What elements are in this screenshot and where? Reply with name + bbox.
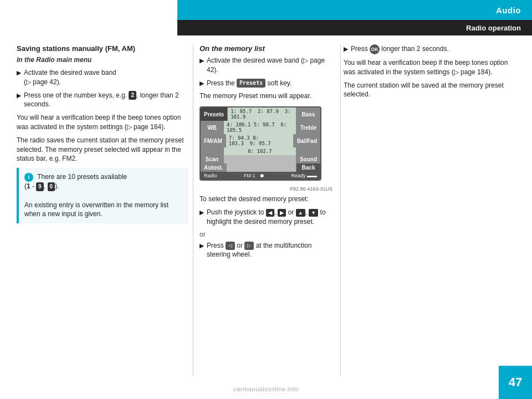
radio-row-2: WB 4: 106.1 5: 98.7 6: 105.5 Treble: [201, 121, 320, 134]
radio-row-1: Presets 1: 95.7 2: 87.9 3: 101.9 Bass: [201, 108, 320, 121]
mid-column: On the memory list ▶ Activate the desire…: [200, 44, 332, 263]
radio-btn-presets: Presets: [201, 108, 228, 121]
radio-status-right: Ready ▬▬: [291, 173, 317, 178]
radio-btn-balfad: Bal/Fad: [293, 134, 320, 147]
radio-btn-wb: WB: [201, 121, 224, 134]
radio-btn-sound: Sound: [296, 155, 320, 163]
subheader-bar: Radio operation: [177, 20, 532, 35]
right-bullet-arrow-1: ▶: [344, 45, 348, 53]
mid-bullet-1-text: Activate the desired wave band (▷ page 4…: [207, 56, 332, 75]
header-bar: Audio: [177, 0, 532, 20]
right-column: ▶ Press OK longer than 2 seconds. You wi…: [344, 44, 510, 103]
right-bullet-1-text: Press OK longer than 2 seconds.: [351, 44, 449, 54]
radio-content-row2: 4: 106.1 5: 98.7 6: 105.5: [224, 121, 296, 134]
left-bullet-1-text: Activate the desired wave band(▷ page 42…: [24, 68, 116, 87]
push-bullet-text: Push the joystick to ◀, ▶ or ▲, ▼ to hig…: [207, 208, 332, 227]
watermark: carmanualsonline.info: [233, 386, 299, 392]
left-section-title: Saving stations manually (FM, AM): [17, 44, 188, 53]
radio-row-6: Autost. Back: [201, 163, 320, 172]
info-box: i There are 10 presets available(1 - 9, …: [17, 168, 188, 223]
left-bullet-1: ▶ Activate the desired wave band(▷ page …: [17, 68, 188, 87]
radio-content-row5: [224, 155, 296, 163]
radio-status-row: Radio FM 1 ⏺ Ready ▬▬: [201, 172, 320, 180]
bullet-arrow-1: ▶: [17, 69, 21, 77]
radio-btn-treble: Treble: [296, 121, 320, 134]
push-bullet: ▶ Push the joystick to ◀, ▶ or ▲, ▼ to h…: [200, 208, 332, 227]
radio-row-4: 0: 102.7: [201, 147, 320, 155]
right-para-2: The current station will be saved at the…: [344, 81, 510, 100]
mid-section-title: On the memory list: [200, 44, 332, 53]
page-number-box: 47: [499, 366, 532, 399]
left-subsection-title: In the Radio main menu: [17, 56, 188, 64]
column-divider-left: [193, 44, 193, 377]
right-bullet-1: ▶ Press OK longer than 2 seconds.: [344, 44, 510, 54]
radio-btn-empty1: [201, 147, 224, 155]
radio-btn-bass: Bass: [296, 108, 320, 121]
left-bullet-2: ▶ Press one of the number keys, e.g. 2, …: [17, 91, 188, 110]
radio-status-left: Radio: [204, 173, 217, 178]
radio-btn-autost: Autost.: [201, 163, 227, 172]
radio-btn-scan: Scan: [201, 155, 224, 163]
mid-bullet-2-text: Press the Presets soft key.: [207, 79, 291, 88]
mid-bullet-2: ▶ Press the Presets soft key.: [200, 79, 332, 88]
column-divider-right: [340, 44, 341, 377]
mid-bullet-arrow-1: ▶: [200, 57, 204, 65]
page-number: 47: [509, 375, 522, 390]
mid-bullet-1: ▶ Activate the desired wave band (▷ page…: [200, 56, 332, 75]
press-bullet: ▶ Press ◁ or ▷ at the multifunction stee…: [200, 241, 332, 260]
info-box-text: There are 10 presets available(1 - 9, 0)…: [24, 173, 127, 190]
left-column: Saving stations manually (FM, AM) In the…: [17, 44, 188, 228]
header-title: Audio: [496, 6, 521, 15]
mid-bullet-arrow-2: ▶: [200, 79, 204, 88]
left-para-2: The radio saves the current station at t…: [17, 136, 188, 163]
info-box-text2: An existing entry is overwritten in the …: [24, 201, 168, 218]
info-icon: i: [24, 173, 33, 182]
radio-btn-empty2: [296, 147, 320, 155]
radio-display: Presets 1: 95.7 2: 87.9 3: 101.9 Bass WB…: [200, 106, 321, 181]
press-bullet-arrow: ▶: [200, 242, 204, 250]
radio-content-row3: 7: 94.3 8: 103.3 9: 95.7: [226, 134, 293, 147]
push-bullet-arrow: ▶: [200, 208, 204, 217]
mid-para-1: The memory Preset menu will appear.: [200, 91, 332, 101]
radio-row-5: Scan Sound: [201, 155, 320, 163]
press-bullet-text: Press ◁ or ▷ at the multifunction steeri…: [207, 241, 332, 260]
select-text: To select the desired memory preset:: [200, 195, 332, 204]
radio-content-row4: 0: 102.7: [224, 147, 296, 155]
radio-btn-back: Back: [296, 163, 320, 172]
right-para-1: You will hear a verification beep if the…: [344, 58, 510, 77]
radio-row-3: FM/AM 7: 94.3 8: 103.3 9: 95.7 Bal/Fad: [201, 134, 320, 147]
radio-content-row1: 1: 95.7 2: 87.9 3: 101.9: [228, 108, 296, 121]
left-bullet-2-text: Press one of the number keys, e.g. 2, lo…: [24, 91, 188, 110]
radio-caption: P82.86-4163-31US: [200, 186, 332, 192]
radio-status-mid: FM 1 ⏺: [244, 173, 264, 178]
subheader-subtitle: Radio operation: [466, 24, 521, 32]
or-text: or: [200, 231, 332, 238]
radio-btn-fmam: FM/AM: [201, 134, 226, 147]
radio-content-row6: [227, 163, 296, 172]
bullet-arrow-2: ▶: [17, 91, 21, 100]
left-para-1: You will hear a verification beep if the…: [17, 113, 188, 132]
